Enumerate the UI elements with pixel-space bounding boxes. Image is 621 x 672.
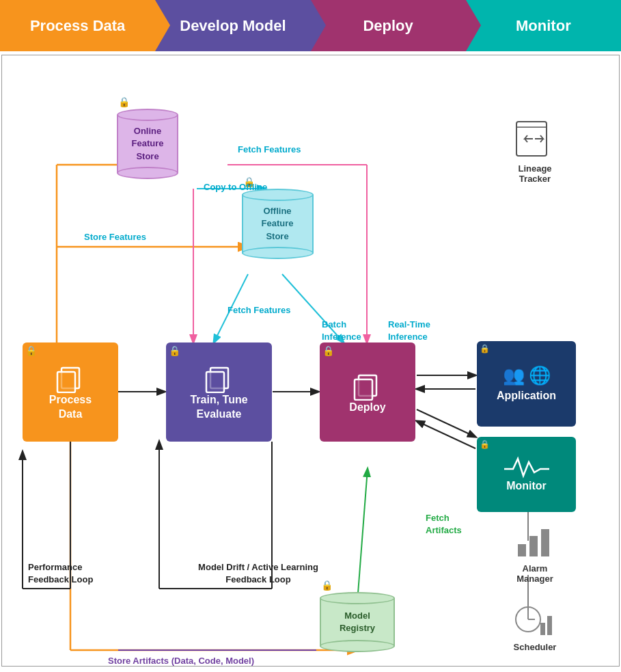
svg-rect-28: [57, 372, 75, 392]
train-tune-box: 🔒 Train, TuneEvaluate: [166, 342, 272, 442]
top-banner: Process Data Develop Model Deploy Monito…: [0, 0, 621, 51]
real-time-inference-label: Real-TimeInference: [388, 319, 430, 343]
alarm-manager-label: AlarmManager: [494, 563, 576, 584]
application-label: Application: [497, 389, 556, 403]
batch-inference-label: BatchInference: [322, 319, 361, 343]
train-tune-icon: [202, 362, 236, 393]
deploy-label: Deploy: [349, 401, 385, 415]
banner-develop-model-label: Develop Model: [180, 17, 286, 35]
deploy-box: 🔒 Deploy: [320, 342, 415, 442]
application-icons: 👥 🌐: [503, 365, 551, 386]
svg-rect-42: [547, 616, 552, 635]
online-feature-store: 🔒 OnlineFeatureStore: [110, 109, 185, 179]
fetch-features-label-1: Fetch Features: [238, 144, 301, 154]
offline-feature-store: 🔒 OfflineFeatureStore: [236, 189, 318, 259]
process-data-lock: 🔒: [25, 345, 37, 356]
process-data-label: ProcessData: [49, 393, 92, 422]
train-tune-lock: 🔒: [169, 345, 180, 356]
fetch-features-label-2: Fetch Features: [227, 305, 290, 315]
diagram-area: 🔒 OnlineFeatureStore 🔒 OfflineFeatureSto…: [1, 55, 620, 667]
svg-line-16: [417, 421, 475, 448]
svg-rect-32: [355, 379, 372, 400]
performance-feedback-label: PerformanceFeedback Loop: [28, 561, 93, 586]
deploy-icon: [350, 370, 385, 401]
train-tune-label: Train, TuneEvaluate: [190, 393, 247, 422]
monitor-box: 🔒 Monitor: [477, 437, 576, 512]
lineage-tracker-label: LineageTracker: [494, 163, 576, 184]
lineage-tracker: LineageTracker: [494, 120, 576, 184]
monitor-icon: [503, 455, 551, 479]
lineage-tracker-icon: [511, 120, 559, 158]
fetch-artifacts-label: FetchArtifacts: [426, 512, 462, 537]
banner-process-data: Process Data: [0, 0, 155, 51]
store-artifacts-label: Store Artifacts (Data, Code, Model): [108, 656, 254, 666]
model-registry-label: ModelRegistry: [340, 610, 375, 634]
process-data-box: 🔒 ProcessData: [23, 342, 118, 442]
scheduler-label: Scheduler: [494, 642, 576, 652]
model-registry: 🔒 ModelRegistry: [316, 592, 398, 652]
svg-rect-41: [540, 623, 545, 635]
scheduler-icon: [514, 602, 555, 636]
alarm-manager-icon: [514, 524, 555, 558]
svg-rect-36: [529, 536, 538, 556]
deploy-lock: 🔒: [322, 345, 334, 356]
svg-line-23: [357, 469, 368, 602]
banner-deploy: Deploy: [311, 0, 466, 51]
monitor-label: Monitor: [506, 479, 547, 494]
banner-develop-model: Develop Model: [155, 0, 310, 51]
scheduler: Scheduler: [494, 602, 576, 652]
svg-line-15: [417, 409, 475, 437]
application-box: 🔒 👥 🌐 Application: [477, 341, 576, 427]
monitor-lock: 🔒: [480, 440, 490, 449]
store-features-label: Store Features: [84, 232, 146, 242]
offline-fs-label: OfflineFeatureStore: [262, 205, 294, 243]
svg-rect-35: [518, 544, 526, 556]
alarm-manager: AlarmManager: [494, 524, 576, 584]
online-fs-label: OnlineFeatureStore: [132, 125, 164, 163]
banner-monitor: Monitor: [466, 0, 621, 51]
model-drift-feedback-label: Model Drift / Active LearningFeedback Lo…: [169, 561, 347, 586]
svg-rect-37: [541, 529, 549, 556]
banner-monitor-label: Monitor: [516, 17, 571, 35]
application-lock: 🔒: [480, 344, 490, 353]
banner-deploy-label: Deploy: [363, 17, 413, 35]
process-data-icon: [53, 362, 87, 393]
banner-process-data-label: Process Data: [30, 17, 125, 35]
svg-rect-30: [206, 372, 224, 392]
